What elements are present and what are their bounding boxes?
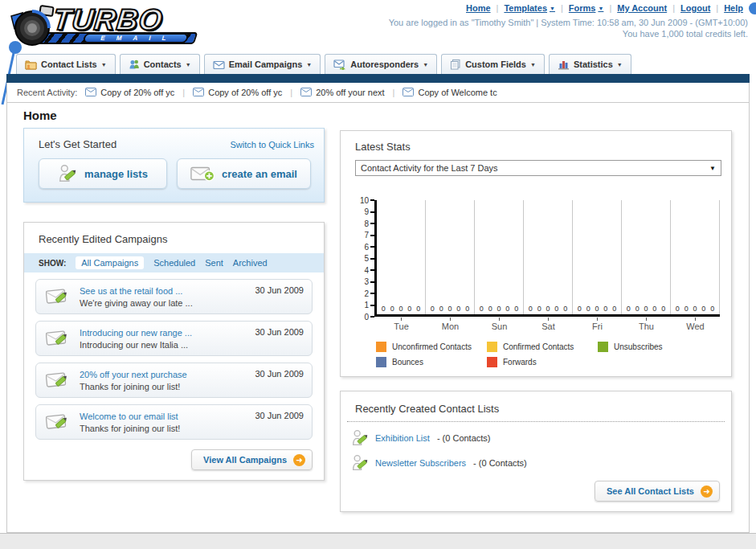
tab-email-campaigns[interactable]: Email Campaigns▼ — [204, 54, 321, 74]
y-axis-tick: 6 — [364, 243, 374, 251]
person-pencil-icon — [352, 453, 368, 473]
latest-stats-title: Latest Stats — [341, 131, 731, 153]
stats-period-select[interactable]: Contact Activity for the Last 7 Days — [355, 160, 721, 176]
value-label: 0 — [447, 305, 452, 313]
campaign-title-link[interactable]: 20% off your next purchase — [80, 369, 245, 380]
value-labels: 00000 — [426, 305, 474, 313]
value-label: 0 — [456, 305, 460, 313]
campaign-title-link[interactable]: Introducing our new range ... — [80, 327, 245, 338]
header-link-templates[interactable]: Templates▼ — [504, 3, 555, 13]
y-axis-tick: 2 — [364, 289, 374, 297]
filter-all-campaigns[interactable]: All Campaigns — [76, 256, 144, 269]
chart-day-group: 00000 — [475, 200, 524, 314]
y-tick-label: 9 — [364, 207, 369, 216]
tab-label: Autoresponders — [350, 59, 419, 69]
y-tick-label: 10 — [360, 196, 369, 205]
y-tick-label: 1 — [364, 301, 369, 309]
value-label: 0 — [684, 305, 689, 313]
login-info: You are logged in as "Timothy Smith" | S… — [389, 17, 748, 39]
contact-list-item[interactable]: Newsletter Subscribers - (0 Contacts) — [352, 453, 731, 473]
y-tick-dash — [370, 269, 374, 271]
see-all-contact-lists-button[interactable]: See All Contact Lists — [595, 481, 720, 502]
contact-list-item[interactable]: Exhibition List - (0 Contacts) — [352, 428, 731, 448]
campaign-row[interactable]: Welcome to our email list Thanks for joi… — [35, 404, 313, 440]
x-tick-label: Sun — [475, 318, 524, 331]
recently-created-contact-lists-panel: Recently Created Contact Lists Exhibitio… — [340, 391, 732, 512]
switch-quick-links-link[interactable]: Switch to Quick Links — [230, 140, 314, 150]
campaign-row[interactable]: See us at the retail food ... We're givi… — [35, 279, 313, 314]
view-all-campaigns-button[interactable]: View All Campaigns — [191, 449, 313, 470]
tab-contacts[interactable]: Contacts▼ — [120, 54, 200, 74]
tab-statistics[interactable]: Statistics▼ — [549, 54, 631, 74]
campaign-row[interactable]: Introducing our new range ... Introducin… — [35, 321, 313, 356]
header-link-help[interactable]: Help — [724, 3, 743, 13]
chevron-down-icon: ▼ — [530, 62, 536, 68]
header-link-forms[interactable]: Forms▼ — [569, 3, 604, 13]
recent-activity-item[interactable]: Copy of 20% off yc — [193, 88, 282, 98]
filter-scheduled[interactable]: Scheduled — [153, 258, 195, 268]
contact-list-link[interactable]: Exhibition List — [375, 433, 430, 443]
x-tick-label: Sat — [524, 318, 573, 331]
envelope-icon — [85, 88, 96, 98]
x-tick-label: Mon — [426, 318, 475, 331]
recent-activity-item-label: 20% off your next — [316, 88, 384, 97]
legend-swatch — [487, 342, 497, 352]
y-tick-dash — [370, 281, 374, 283]
y-axis-tick: 9 — [364, 208, 374, 216]
campaign-date: 30 Jun 2009 — [255, 411, 304, 420]
legend-label: Confirmed Contacts — [503, 342, 574, 351]
campaign-row[interactable]: 20% off your next purchase Thanks for jo… — [35, 363, 313, 398]
y-tick-label: 3 — [364, 277, 369, 286]
contact-lists-items: Exhibition List - (0 Contacts) Newslette… — [341, 422, 731, 473]
chart-plot-area: 00000000000000000000000000000000000 — [374, 200, 720, 317]
logo-title: TURBO — [51, 3, 165, 37]
contact-list-link[interactable]: Newsletter Subscribers — [375, 458, 466, 468]
recent-activity-item[interactable]: Copy of Welcome tc — [403, 88, 497, 98]
value-label: 0 — [416, 305, 420, 313]
value-labels: 00000 — [524, 305, 572, 313]
campaign-date: 30 Jun 2009 — [255, 369, 304, 379]
header-link-logout[interactable]: Logout — [680, 3, 710, 13]
stats-period-value: Contact Activity for the Last 7 Days — [361, 163, 498, 173]
filter-archived[interactable]: Archived — [233, 258, 268, 268]
view-all-campaigns-label: View All Campaigns — [203, 455, 287, 465]
legend-item: Unsubscribes — [598, 342, 718, 352]
y-axis-tick: 4 — [364, 266, 374, 274]
value-label: 0 — [644, 305, 648, 313]
value-label: 0 — [407, 305, 411, 313]
header-link-my-account[interactable]: My Account — [617, 3, 667, 13]
campaign-title-link[interactable]: See us at the retail food ... — [80, 285, 245, 297]
recent-activity-item[interactable]: Copy of 20% off yc — [85, 88, 174, 98]
recent-activity-label: Recent Activity: — [17, 88, 77, 97]
recent-activity-item[interactable]: 20% off your next — [300, 88, 384, 98]
tab-contact-lists[interactable]: Contact Lists▼ — [16, 54, 116, 74]
main-nav-tabbar: Contact Lists▼Contacts▼Email Campaigns▼A… — [6, 54, 750, 74]
envelope-icon — [213, 59, 225, 70]
campaign-title-link[interactable]: Welcome to our email list — [80, 411, 245, 422]
filter-sent[interactable]: Sent — [205, 258, 223, 268]
value-label: 0 — [710, 305, 714, 313]
manage-lists-button[interactable]: manage lists — [39, 158, 167, 189]
y-tick-label: 7 — [364, 231, 369, 240]
chart-day-group: 00000 — [573, 200, 622, 314]
value-labels: 00000 — [377, 305, 425, 313]
value-label: 0 — [693, 305, 697, 313]
y-tick-dash — [370, 258, 374, 260]
chart-day-group: 00000 — [622, 200, 671, 314]
tab-autoresponders[interactable]: Autoresponders▼ — [325, 54, 437, 74]
value-label: 0 — [701, 305, 705, 313]
blue-dot-icon — [749, 2, 756, 14]
envelope-icon — [193, 88, 204, 98]
legend-label: Unconfirmed Contacts — [392, 342, 472, 351]
value-label: 0 — [652, 305, 656, 313]
value-labels: 00000 — [622, 305, 670, 313]
contact-list-meta: - (0 Contacts) — [437, 433, 491, 443]
legend-swatch — [487, 357, 497, 367]
tab-custom-fields[interactable]: Custom Fields▼ — [441, 54, 545, 74]
value-label: 0 — [627, 305, 631, 313]
header-link-home[interactable]: Home — [466, 3, 491, 13]
arrow-right-icon — [701, 485, 713, 498]
create-email-button[interactable]: create an email — [177, 158, 311, 189]
y-tick-dash — [370, 293, 374, 294]
link-separator: | — [561, 3, 563, 13]
